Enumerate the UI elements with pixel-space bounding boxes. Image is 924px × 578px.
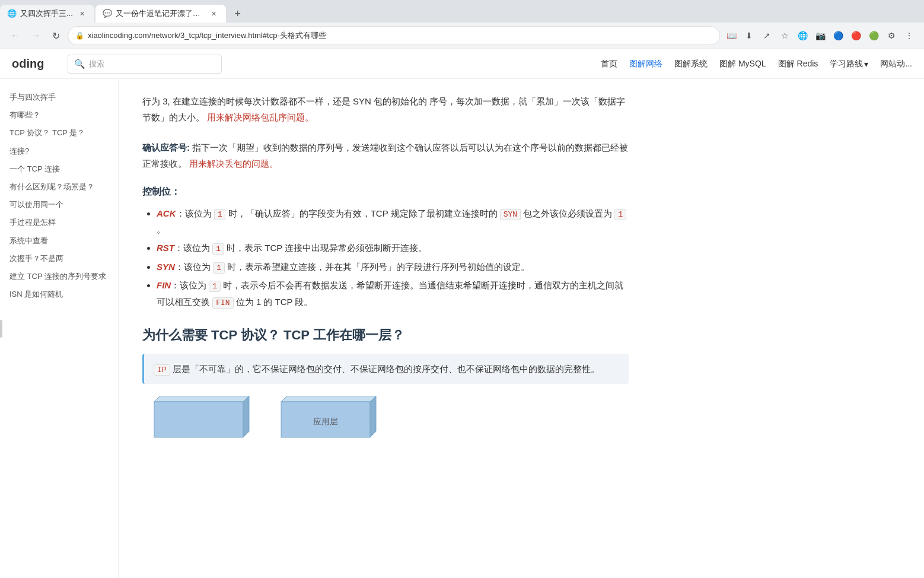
address-url: xiaolincoding.com/network/3_tcp/tcp_inte… — [88, 30, 326, 41]
extension-4-icon[interactable]: ⚙ — [884, 28, 899, 43]
more-icon[interactable]: ⋮ — [901, 28, 917, 43]
extension-3-icon[interactable]: 🟢 — [866, 28, 881, 43]
sidebar-item-8[interactable]: 系统中查看 — [0, 232, 118, 250]
svg-marker-5 — [370, 396, 376, 437]
reload-button[interactable]: ↻ — [47, 27, 64, 44]
ack-code-2: SYN — [500, 209, 521, 220]
ack-code-1: 1 — [214, 209, 226, 220]
box-1-svg — [142, 396, 255, 449]
ip-code: IP — [154, 364, 170, 376]
tab-bar: 🌐 又四次挥手三... ✕ 💬 又一份牛逼笔记开漂了，强的嘛... ✕ + — [0, 0, 924, 23]
sidebar-item-0[interactable]: 手与四次挥手 — [0, 88, 118, 106]
lock-icon: 🔒 — [75, 31, 84, 40]
extension-1-icon[interactable]: 🔵 — [830, 28, 846, 43]
svg-marker-2 — [243, 396, 249, 437]
nav-link-learning[interactable]: 学习路线 ▾ — [830, 59, 868, 69]
search-icon: 🔍 — [74, 59, 85, 69]
link-2[interactable]: 用来解决丢包的问题。 — [189, 158, 278, 169]
control-bit-ack: ACK：该位为 1 时，「确认应答」的字段变为有效，TCP 规定除了最初建立连接… — [157, 205, 629, 237]
nav-link-network[interactable]: 图解网络 — [629, 59, 662, 69]
save-to-reading-list-icon[interactable]: 📖 — [724, 28, 739, 43]
back-button[interactable]: ← — [7, 27, 24, 44]
ip-block-text: 层是「不可靠」的，它不保证网络包的交付、不保证网络包的按序交付、也不保证网络包中… — [173, 364, 600, 374]
sidebar-item-11[interactable]: ISN 是如何随机 — [0, 285, 118, 303]
intro-section: 行为 3, 在建立连接的时候每次计数器都不一样，还是 SYN 包的初始化的 序号… — [142, 93, 629, 125]
extension-2-icon[interactable]: 🔴 — [848, 28, 864, 43]
rst-code-1: 1 — [212, 243, 224, 255]
rst-name: RST — [157, 243, 174, 253]
ack-code-3: 1 — [614, 209, 626, 220]
sidebar-item-7[interactable]: 手过程是怎样 — [0, 214, 118, 231]
section-title: 为什么需要 TCP 协议？ TCP 工作在哪一层？ — [142, 326, 629, 344]
sidebar-item-2[interactable]: TCP 协议？ TCP 是？ — [0, 124, 118, 142]
control-label: 控制位： — [142, 186, 629, 198]
ip-explanation-block: IP 层是「不可靠」的，它不保证网络包的交付、不保证网络包的按序交付、也不保证网… — [142, 354, 629, 384]
svg-marker-0 — [154, 396, 249, 402]
sidebar: 手与四次挥手 有哪些？ TCP 协议？ TCP 是？ 连接? 一个 TCP 连接… — [0, 79, 119, 578]
syn-code-1: 1 — [213, 262, 225, 274]
tab-1-close[interactable]: ✕ — [78, 9, 87, 18]
download-icon[interactable]: ⬇ — [741, 28, 757, 43]
main-content: 行为 3, 在建立连接的时候每次计数器都不一样，还是 SYN 包的初始化的 序号… — [119, 79, 652, 578]
toolbar-icons: 📖 ⬇ ↗ ☆ 🌐 📷 🔵 🔴 🟢 ⚙ ⋮ — [724, 28, 917, 43]
control-bit-rst: RST：该位为 1 时，表示 TCP 连接中出现异常必须强制断开连接。 — [157, 240, 629, 256]
tab-1-favicon: 🌐 — [7, 9, 17, 18]
screenshot-icon[interactable]: 📷 — [813, 28, 828, 43]
confirm-text: 确认应答号: 指下一次「期望」收到的数据的序列号，发送端收到这个确认应答以后可以… — [142, 139, 629, 172]
page-layout: 手与四次挥手 有哪些？ TCP 协议？ TCP 是？ 连接? 一个 TCP 连接… — [0, 79, 924, 578]
sidebar-item-3[interactable]: 连接? — [0, 142, 118, 160]
tab-2-title: 又一份牛逼笔记开漂了，强的嘛... — [116, 8, 205, 19]
control-bit-list: ACK：该位为 1 时，「确认应答」的字段变为有效，TCP 规定除了最初建立连接… — [157, 205, 629, 310]
translate-icon[interactable]: 🌐 — [795, 28, 810, 43]
nav-link-mysql[interactable]: 图解 MySQL — [719, 59, 766, 69]
box-2-svg: 应用层 — [269, 396, 382, 449]
bookmark-icon[interactable]: ☆ — [777, 28, 792, 43]
control-bit-syn: SYN：该位为 1 时，表示希望建立连接，并在其「序列号」的字段进行序列号初始值… — [157, 259, 629, 275]
tab-2[interactable]: 💬 又一份牛逼笔记开漂了，强的嘛... ✕ — [95, 5, 226, 23]
nav-bar: oding 🔍 搜索 首页 图解网络 图解系统 图解 MySQL 图解 Redi… — [0, 49, 924, 79]
forward-button[interactable]: → — [27, 27, 44, 44]
fin-code-1: 1 — [209, 281, 221, 292]
ack-name: ACK — [157, 208, 176, 218]
link-1[interactable]: 用来解决网络包乱序问题。 — [207, 112, 314, 122]
address-bar[interactable]: 🔒 xiaolincoding.com/network/3_tcp/tcp_in… — [68, 26, 720, 45]
sidebar-item-9[interactable]: 次握手？不是两 — [0, 250, 118, 268]
toolbar: ← → ↻ 🔒 xiaolincoding.com/network/3_tcp/… — [0, 23, 924, 49]
sidebar-item-10[interactable]: 建立 TCP 连接的序列号要求 — [0, 268, 118, 285]
tab-1[interactable]: 🌐 又四次挥手三... ✕ — [0, 5, 94, 23]
nav-links: 首页 图解网络 图解系统 图解 MySQL 图解 Redis 学习路线 ▾ 网站… — [601, 59, 912, 69]
search-box[interactable]: 🔍 搜索 — [68, 55, 222, 74]
tab-2-close[interactable]: ✕ — [209, 9, 219, 18]
control-section: 控制位： ACK：该位为 1 时，「确认应答」的字段变为有效，TCP 规定除了最… — [142, 186, 629, 310]
nav-link-home[interactable]: 首页 — [601, 59, 617, 69]
fin-name: FIN — [157, 280, 171, 290]
syn-name: SYN — [157, 262, 175, 272]
control-bit-fin: FIN：该位为 1 时，表示今后不会再有数据发送，希望断开连接。当通信结束希望断… — [157, 277, 629, 310]
new-tab-button[interactable]: + — [230, 5, 246, 22]
intro-text: 行为 3, 在建立连接的时候每次计数器都不一样，还是 SYN 包的初始化的 序号… — [142, 93, 629, 125]
svg-marker-3 — [281, 396, 376, 402]
nav-link-site[interactable]: 网站动... — [880, 59, 912, 69]
dropdown-chevron-icon: ▾ — [864, 59, 868, 69]
confirm-label: 确认应答号: — [142, 142, 190, 153]
confirm-section: 确认应答号: 指下一次「期望」收到的数据的序列号，发送端收到这个确认应答以后可以… — [142, 139, 629, 172]
sidebar-item-4[interactable]: 一个 TCP 连接 — [0, 160, 118, 178]
tab-2-favicon: 💬 — [103, 9, 112, 18]
search-placeholder: 搜索 — [89, 59, 104, 69]
diagram-container: 应用层 — [142, 396, 629, 451]
box-2-label: 应用层 — [313, 417, 338, 426]
browser-chrome: 🌐 又四次挥手三... ✕ 💬 又一份牛逼笔记开漂了，强的嘛... ✕ + ← … — [0, 0, 924, 49]
fin-code-2: FIN — [212, 297, 233, 309]
tab-1-title: 又四次挥手三... — [20, 8, 73, 19]
nav-link-redis[interactable]: 图解 Redis — [778, 59, 818, 69]
sidebar-item-5[interactable]: 有什么区别呢？场景是？ — [0, 178, 118, 196]
nav-link-system[interactable]: 图解系统 — [674, 59, 708, 69]
sidebar-item-1[interactable]: 有哪些？ — [0, 106, 118, 124]
sidebar-scroll-indicator — [0, 320, 2, 338]
sidebar-item-6[interactable]: 可以使用同一个 — [0, 196, 118, 214]
diagram-box-2: 应用层 — [269, 396, 382, 451]
site-logo[interactable]: oding — [12, 57, 44, 71]
svg-rect-1 — [154, 402, 243, 437]
share-icon[interactable]: ↗ — [759, 28, 775, 43]
diagram-box-1 — [142, 396, 255, 451]
